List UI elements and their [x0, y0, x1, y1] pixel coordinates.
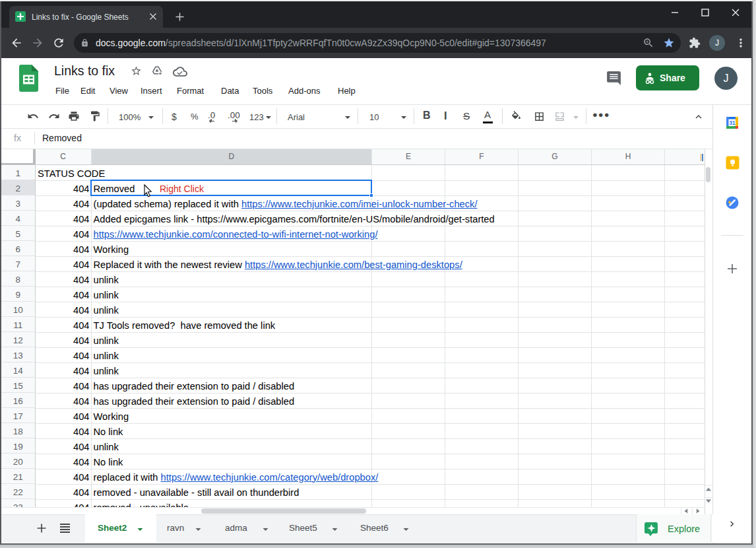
svg-text:31: 31 [729, 120, 736, 126]
